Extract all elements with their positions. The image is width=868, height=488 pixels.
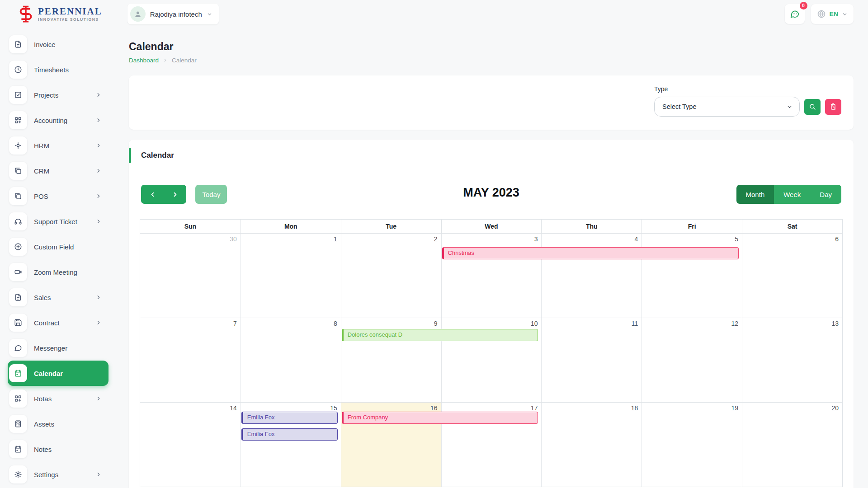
- logo-brand-text: PERENNIAL: [38, 7, 102, 16]
- sidebar-item-contract[interactable]: Contract: [8, 310, 108, 335]
- sidebar-item-assets[interactable]: Assets: [8, 411, 108, 436]
- day-cell[interactable]: 3: [441, 234, 542, 318]
- chevron-right-icon: [95, 168, 102, 174]
- page-title: Calendar: [129, 41, 854, 53]
- chevron-right-icon: [95, 471, 102, 478]
- copy-icon: [9, 162, 27, 180]
- headphones-icon: [9, 212, 27, 230]
- calendar-event[interactable]: Dolores consequat D: [342, 329, 538, 341]
- day-cell[interactable]: 14: [140, 403, 241, 487]
- chevron-right-icon: [95, 218, 102, 225]
- calendar-week: 14 15 16 17 18 19 20 Emilia Fox Emilia F…: [140, 402, 842, 487]
- company-selector[interactable]: Rajodiya infotech: [127, 4, 219, 24]
- day-cell[interactable]: 20: [742, 403, 842, 487]
- day-cell[interactable]: 8: [241, 318, 341, 402]
- gear-icon: [9, 465, 27, 483]
- file-icon: [9, 288, 27, 306]
- chevron-right-icon: [172, 191, 179, 198]
- chevron-right-icon: [95, 294, 102, 300]
- calendar-card-title: Calendar: [141, 151, 174, 160]
- sidebar-item-settings[interactable]: Settings: [8, 462, 108, 487]
- view-week-button[interactable]: Week: [774, 185, 810, 204]
- day-cell[interactable]: 12: [642, 318, 742, 402]
- calendar-event[interactable]: From Company: [342, 412, 538, 424]
- chevron-down-icon: [207, 11, 212, 17]
- day-cell[interactable]: 2: [341, 234, 441, 318]
- sidebar-item-crm[interactable]: CRM: [8, 158, 108, 183]
- sidebar-item-support-ticket[interactable]: Support Ticket: [8, 209, 108, 234]
- plus-circle-icon: [9, 238, 27, 256]
- breadcrumb: Dashboard Calendar: [129, 57, 854, 64]
- sidebar-item-calendar[interactable]: Calendar: [8, 361, 108, 386]
- sidebar-item-hrm[interactable]: HRM: [8, 133, 108, 158]
- clock-icon: [9, 61, 27, 79]
- clipboard-slash-icon: [830, 103, 837, 110]
- type-select-value: Select Type: [662, 103, 697, 110]
- calendar-icon: [9, 364, 27, 382]
- sidebar-item-zoom-meeting[interactable]: Zoom Meeting: [8, 259, 108, 285]
- calendar-week: 7 8 9 10 11 12 13 Dolores consequat D: [140, 318, 842, 402]
- sidebar: Invoice Timesheets Projects Accounting H…: [0, 28, 111, 488]
- calendar-event[interactable]: Christmas: [442, 247, 739, 259]
- day-cell[interactable]: 6: [742, 234, 842, 318]
- grid-plus-icon: [9, 111, 27, 129]
- calendar-event[interactable]: Emilia Fox: [241, 428, 338, 441]
- message-icon: [9, 339, 27, 357]
- sidebar-item-notes[interactable]: Notes: [8, 436, 108, 462]
- sidebar-item-sales[interactable]: Sales: [8, 285, 108, 310]
- calendar-toolbar: Today MAY 2023 Month Week Day: [129, 171, 854, 216]
- day-cell[interactable]: 19: [642, 403, 742, 487]
- breadcrumb-dashboard-link[interactable]: Dashboard: [129, 57, 159, 64]
- crosshair-icon: [9, 136, 27, 155]
- view-day-button[interactable]: Day: [810, 185, 841, 204]
- calendar-event[interactable]: Emilia Fox: [241, 412, 338, 424]
- day-cell[interactable]: 18: [541, 403, 642, 487]
- today-button[interactable]: Today: [195, 185, 227, 204]
- day-cell[interactable]: 5: [642, 234, 742, 318]
- save-icon: [9, 314, 27, 332]
- calendar-grid: Sun Mon Tue Wed Thu Fri Sat 30 1 2 3 4 5…: [140, 219, 843, 487]
- sidebar-item-accounting[interactable]: Accounting: [8, 108, 108, 133]
- filter-card: Type Select Type: [129, 75, 854, 130]
- calendar-month-title: MAY 2023: [463, 186, 519, 200]
- day-cell[interactable]: 7: [140, 318, 241, 402]
- calendar-card: Calendar Today MAY 2023 Month Week Day S…: [129, 140, 854, 488]
- check-square-icon: [9, 86, 27, 104]
- sidebar-item-pos[interactable]: POS: [8, 183, 108, 209]
- grid-plus-icon: [9, 389, 27, 408]
- sidebar-item-projects[interactable]: Projects: [8, 82, 108, 108]
- search-button[interactable]: [804, 99, 821, 115]
- sidebar-item-rotas[interactable]: Rotas: [8, 386, 108, 411]
- view-month-button[interactable]: Month: [736, 185, 774, 204]
- logo-mark-icon: [16, 5, 35, 23]
- reset-filter-button[interactable]: [825, 99, 841, 115]
- day-cell[interactable]: 1: [241, 234, 341, 318]
- app-logo: PERENNIAL INNOVATIVE SOLUTIONS: [16, 5, 102, 23]
- card-accent-bar: [129, 148, 131, 163]
- day-cell[interactable]: 11: [541, 318, 642, 402]
- language-selector[interactable]: EN: [811, 4, 854, 24]
- calendar-icon: [9, 440, 27, 458]
- messages-count-badge: 0: [800, 2, 807, 9]
- language-code: EN: [830, 10, 838, 18]
- chevron-down-icon: [786, 103, 793, 110]
- day-cell[interactable]: 4: [541, 234, 642, 318]
- day-cell[interactable]: 13: [742, 318, 842, 402]
- day-cell[interactable]: 30: [140, 234, 241, 318]
- calendar-week: 30 1 2 3 4 5 6 Christmas: [140, 233, 842, 318]
- sidebar-item-messenger[interactable]: Messenger: [8, 335, 108, 361]
- file-icon: [9, 35, 27, 53]
- next-month-button[interactable]: [164, 185, 186, 204]
- calculator-icon: [9, 415, 27, 433]
- sidebar-item-invoice[interactable]: Invoice: [8, 32, 108, 57]
- search-icon: [809, 103, 816, 110]
- sidebar-item-timesheets[interactable]: Timesheets: [8, 57, 108, 82]
- type-filter-label: Type: [654, 85, 841, 93]
- prev-month-button[interactable]: [141, 185, 164, 204]
- messages-button[interactable]: 0: [785, 4, 805, 24]
- type-select[interactable]: Select Type: [654, 97, 800, 117]
- chevron-right-icon: [95, 142, 102, 149]
- day-of-week-header: Sun Mon Tue Wed Thu Fri Sat: [140, 220, 842, 233]
- chevron-right-icon: [95, 395, 102, 402]
- sidebar-item-custom-field[interactable]: Custom Field: [8, 234, 108, 259]
